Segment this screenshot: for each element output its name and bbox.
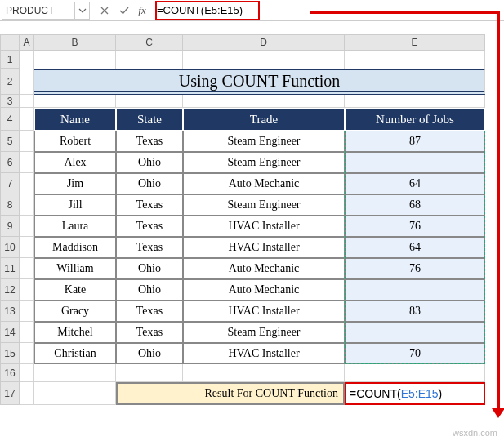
cell-state-5[interactable]: Texas	[116, 131, 183, 152]
cell-E3[interactable]	[345, 95, 485, 108]
cell-E16[interactable]	[345, 364, 485, 382]
cell-jobs-9[interactable]: 76	[345, 216, 485, 237]
name-box[interactable]: PRODUCT	[2, 2, 75, 20]
cell-jobs-14[interactable]	[345, 322, 485, 343]
cell-state-7[interactable]: Ohio	[116, 173, 183, 194]
result-label-cell[interactable]: Result For COUNT Function	[116, 382, 345, 405]
cell-state-11[interactable]: Ohio	[116, 258, 183, 279]
col-header-A[interactable]: A	[20, 34, 34, 51]
cell-jobs-5[interactable]: 87	[345, 131, 485, 152]
cell-B16[interactable]	[34, 364, 116, 382]
cell-name-10[interactable]: Maddison	[34, 237, 116, 258]
title-cell[interactable]: Using COUNT Function	[34, 69, 485, 95]
cell-C16[interactable]	[116, 364, 183, 382]
cell-A16[interactable]	[20, 364, 34, 382]
cell-trade-13[interactable]: HVAC Installer	[183, 301, 345, 322]
cell-state-10[interactable]: Texas	[116, 237, 183, 258]
cell-state-15[interactable]: Ohio	[116, 343, 183, 364]
cell-trade-5[interactable]: Steam Engineer	[183, 131, 345, 152]
cell-name-6[interactable]: Alex	[34, 152, 116, 173]
row-header-2[interactable]: 2	[0, 69, 20, 95]
cell-C3[interactable]	[116, 95, 183, 108]
row-header-8[interactable]: 8	[0, 194, 20, 216]
cell-A4[interactable]	[20, 108, 34, 131]
row-header-15[interactable]: 15	[0, 343, 20, 364]
cell-name-7[interactable]: Jim	[34, 173, 116, 194]
cell-A15[interactable]	[20, 343, 34, 364]
cell-A9[interactable]	[20, 216, 34, 237]
col-header-D[interactable]: D	[183, 34, 345, 51]
cell-state-9[interactable]: Texas	[116, 216, 183, 237]
cell-D3[interactable]	[183, 95, 345, 108]
row-header-13[interactable]: 13	[0, 301, 20, 322]
cell-A13[interactable]	[20, 301, 34, 322]
cell-A6[interactable]	[20, 152, 34, 173]
cell-state-12[interactable]: Ohio	[116, 279, 183, 301]
cell-name-13[interactable]: Gracy	[34, 301, 116, 322]
cell-name-11[interactable]: William	[34, 258, 116, 279]
cell-A5[interactable]	[20, 131, 34, 152]
result-formula-cell[interactable]: =COUNT(E5:E15)	[345, 382, 485, 405]
cell-trade-11[interactable]: Auto Mechanic	[183, 258, 345, 279]
formula-input[interactable]: =COUNT(E5:E15)	[154, 2, 504, 20]
cell-jobs-15[interactable]: 70	[345, 343, 485, 364]
cell-jobs-12[interactable]	[345, 279, 485, 301]
col-header-E[interactable]: E	[345, 34, 485, 51]
row-header-17[interactable]: 17	[0, 382, 20, 405]
header-name[interactable]: Name	[34, 108, 116, 131]
row-header-6[interactable]: 6	[0, 152, 20, 173]
fx-button[interactable]: fx	[134, 2, 154, 20]
cell-trade-14[interactable]: Steam Engineer	[183, 322, 345, 343]
row-header-10[interactable]: 10	[0, 237, 20, 258]
cell-A17[interactable]	[20, 382, 34, 405]
cancel-button[interactable]	[95, 2, 114, 20]
cell-state-14[interactable]: Texas	[116, 322, 183, 343]
cell-name-9[interactable]: Laura	[34, 216, 116, 237]
row-header-12[interactable]: 12	[0, 279, 20, 301]
row-header-7[interactable]: 7	[0, 173, 20, 194]
cell-B3[interactable]	[34, 95, 116, 108]
cell-trade-15[interactable]: HVAC Installer	[183, 343, 345, 364]
cell-state-6[interactable]: Ohio	[116, 152, 183, 173]
cell-name-12[interactable]: Kate	[34, 279, 116, 301]
row-header-5[interactable]: 5	[0, 131, 20, 152]
cell-jobs-6[interactable]	[345, 152, 485, 173]
cell-trade-6[interactable]: Steam Engineer	[183, 152, 345, 173]
cell-jobs-10[interactable]: 64	[345, 237, 485, 258]
row-header-16[interactable]: 16	[0, 364, 20, 382]
cell-jobs-8[interactable]: 68	[345, 194, 485, 216]
cell-A7[interactable]	[20, 173, 34, 194]
confirm-button[interactable]	[114, 2, 134, 20]
row-header-11[interactable]: 11	[0, 258, 20, 279]
cell-B17[interactable]	[34, 382, 116, 405]
cell-name-14[interactable]: Mitchel	[34, 322, 116, 343]
cell-trade-8[interactable]: Steam Engineer	[183, 194, 345, 216]
row-header-3[interactable]: 3	[0, 95, 20, 108]
header-jobs[interactable]: Number of Jobs	[345, 108, 485, 131]
row-header-14[interactable]: 14	[0, 322, 20, 343]
cell-jobs-11[interactable]: 76	[345, 258, 485, 279]
header-trade[interactable]: Trade	[183, 108, 345, 131]
cell-A14[interactable]	[20, 322, 34, 343]
cell-trade-9[interactable]: HVAC Installer	[183, 216, 345, 237]
row-header-4[interactable]: 4	[0, 108, 20, 131]
cell-A10[interactable]	[20, 237, 34, 258]
header-state[interactable]: State	[116, 108, 183, 131]
cell-name-5[interactable]: Robert	[34, 131, 116, 152]
cell-trade-12[interactable]: Auto Mechanic	[183, 279, 345, 301]
cell-D16[interactable]	[183, 364, 345, 382]
col-header-B[interactable]: B	[34, 34, 116, 51]
name-box-dropdown[interactable]	[75, 2, 90, 20]
row-header-9[interactable]: 9	[0, 216, 20, 237]
cell-name-8[interactable]: Jill	[34, 194, 116, 216]
cell-jobs-13[interactable]: 83	[345, 301, 485, 322]
cell-name-15[interactable]: Christian	[34, 343, 116, 364]
cell-A3[interactable]	[20, 95, 34, 108]
cell-jobs-7[interactable]: 64	[345, 173, 485, 194]
cell-A8[interactable]	[20, 194, 34, 216]
col-header-C[interactable]: C	[116, 34, 183, 51]
cell-trade-7[interactable]: Auto Mechanic	[183, 173, 345, 194]
cell-state-8[interactable]: Texas	[116, 194, 183, 216]
select-all-corner[interactable]	[0, 34, 20, 51]
cell-state-13[interactable]: Texas	[116, 301, 183, 322]
